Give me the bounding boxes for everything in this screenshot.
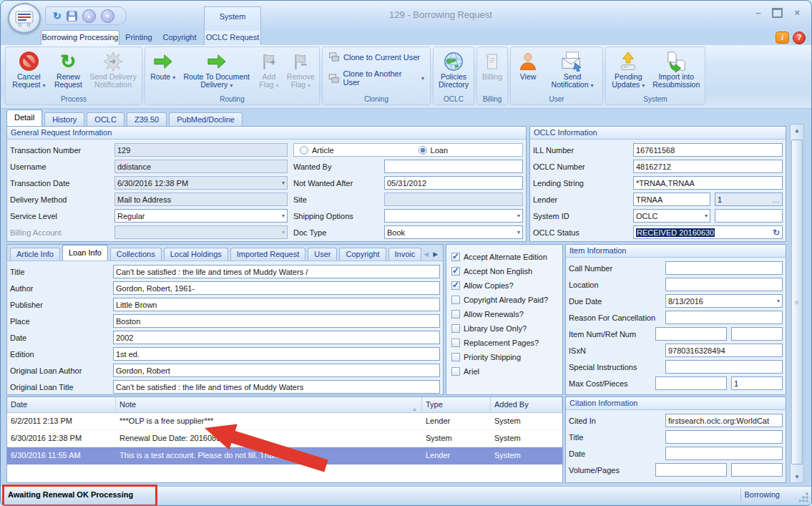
item-tab[interactable]: Article Info bbox=[10, 248, 60, 261]
renew-request-button[interactable]: ↻ Renew Request bbox=[51, 49, 86, 89]
isxn-field[interactable]: 9780316328494 bbox=[665, 344, 783, 357]
import-into-resubmission-button[interactable]: Import into Resubmission bbox=[650, 49, 703, 89]
tab-copyright[interactable]: Copyright bbox=[158, 31, 201, 45]
item-num-field[interactable] bbox=[655, 327, 727, 341]
pieces-field[interactable]: 1 bbox=[731, 376, 783, 390]
pages-field[interactable] bbox=[731, 463, 783, 477]
tab-borrowing-processing[interactable]: Borrowing Processing bbox=[41, 30, 119, 45]
shipping-options-combo[interactable]: ▾ bbox=[384, 209, 523, 223]
resize-grip[interactable] bbox=[799, 492, 809, 502]
original-loan-title-field[interactable]: Can't be satisfied : the life and times … bbox=[113, 380, 440, 394]
column-header-added-by[interactable]: Added By bbox=[491, 397, 562, 412]
tab-pubmed-docline[interactable]: PubMed/Docline bbox=[169, 112, 243, 126]
edition-field[interactable]: 1st ed. bbox=[113, 347, 440, 361]
pending-updates-button[interactable]: Pending Updates ▾ bbox=[607, 49, 650, 89]
call-number-field[interactable] bbox=[665, 261, 783, 275]
flag-checkbox-item[interactable]: Priority Shipping bbox=[451, 350, 562, 364]
tab-history[interactable]: History bbox=[44, 112, 84, 126]
publisher-field[interactable]: Little Brown bbox=[113, 298, 440, 311]
flag-checkbox-item[interactable]: Accept Non English bbox=[451, 264, 562, 278]
column-header-date[interactable]: Date bbox=[7, 397, 116, 412]
max-cost-field[interactable] bbox=[655, 376, 727, 390]
maximize-button[interactable] bbox=[772, 8, 783, 18]
item-tab[interactable]: Local Holdings bbox=[164, 248, 228, 261]
loan-radio[interactable]: Loan bbox=[419, 146, 448, 155]
doc-type-combo[interactable]: Book▾ bbox=[384, 225, 523, 239]
checkbox-icon[interactable] bbox=[451, 353, 460, 361]
view-user-button[interactable]: View bbox=[512, 49, 544, 81]
original-loan-author-field[interactable]: Gordon, Robert bbox=[113, 364, 440, 377]
username-field[interactable]: ddistance bbox=[114, 160, 288, 173]
refresh-icon[interactable]: ↻ bbox=[53, 11, 62, 21]
send-delivery-notification-button[interactable]: Send Delivery Notification bbox=[86, 49, 140, 89]
scroll-down-icon[interactable]: ▼ bbox=[791, 471, 803, 482]
flag-checkbox-item[interactable]: Copyright Already Paid? bbox=[451, 293, 562, 307]
previous-request-icon[interactable]: ▲ bbox=[82, 9, 96, 23]
tab-printing[interactable]: Printing bbox=[121, 31, 157, 45]
policies-directory-button[interactable]: Policies Directory bbox=[435, 49, 472, 89]
clone-to-another-user-button[interactable]: Clone to Another User ▾ bbox=[328, 69, 424, 87]
delivery-method-field[interactable]: Mail to Address bbox=[114, 193, 288, 206]
checkbox-icon[interactable] bbox=[451, 267, 460, 276]
lender-sequence-field[interactable]: 1… bbox=[715, 193, 783, 206]
flag-checkbox-item[interactable]: Accept Alternate Edition bbox=[451, 250, 562, 264]
item-tab[interactable]: Loan Info bbox=[62, 245, 108, 261]
cancel-request-button[interactable]: Cancel Request ▾ bbox=[7, 49, 51, 89]
site-field[interactable] bbox=[384, 193, 523, 206]
cited-in-field[interactable]: firstsearch.oclc.org:WorldCat bbox=[665, 414, 783, 427]
system-id-combo[interactable]: OCLC▾ bbox=[633, 209, 710, 223]
place-field[interactable]: Boston bbox=[113, 314, 440, 328]
close-button[interactable]: × bbox=[794, 8, 800, 18]
transaction-number-field[interactable]: 129 bbox=[114, 143, 288, 157]
article-radio[interactable]: Article bbox=[300, 146, 334, 155]
special-instructions-field[interactable] bbox=[665, 360, 783, 374]
lending-string-field[interactable]: *TRNAA,TRNAA bbox=[633, 176, 783, 190]
ill-number-field[interactable]: 167611568 bbox=[633, 143, 783, 157]
remove-flag-button[interactable]: Remove Flag ▾ bbox=[284, 49, 318, 89]
add-flag-button[interactable]: Add Flag ▾ bbox=[254, 49, 284, 89]
wanted-by-field[interactable] bbox=[384, 160, 523, 173]
vertical-scrollbar[interactable]: ▲ ≡ ▼ bbox=[790, 124, 804, 483]
save-icon[interactable] bbox=[67, 11, 77, 21]
citation-date-field[interactable] bbox=[665, 447, 783, 460]
checkbox-icon[interactable] bbox=[451, 367, 460, 376]
citation-title-field[interactable] bbox=[665, 430, 783, 444]
checkbox-icon[interactable] bbox=[451, 281, 460, 290]
tab-oclc[interactable]: OCLC bbox=[87, 112, 124, 126]
title-field[interactable]: Can't be satisfied : the life and times … bbox=[113, 265, 440, 278]
location-field[interactable] bbox=[665, 278, 783, 291]
checkbox-icon[interactable] bbox=[451, 339, 460, 347]
ellipsis-button[interactable]: … bbox=[772, 195, 780, 204]
item-tab[interactable]: User bbox=[308, 248, 337, 261]
due-date-combo[interactable]: 8/13/2016▾ bbox=[665, 294, 783, 308]
clone-to-current-user-button[interactable]: Clone to Current User bbox=[328, 52, 424, 62]
checkbox-icon[interactable] bbox=[451, 296, 460, 304]
service-level-combo[interactable]: Regular▾ bbox=[114, 209, 288, 223]
item-tab[interactable]: Imported Request bbox=[230, 248, 305, 261]
lender-field[interactable]: TRNAA bbox=[633, 193, 710, 206]
author-field[interactable]: Gordon, Robert, 1961- bbox=[113, 281, 440, 295]
refresh-status-icon[interactable]: ↻ bbox=[773, 228, 780, 238]
tab-detail[interactable]: Detail bbox=[6, 110, 42, 126]
app-menu-button[interactable] bbox=[8, 3, 41, 34]
billing-account-combo[interactable]: ▾ bbox=[114, 225, 288, 239]
flag-checkbox-item[interactable]: Replacement Pages? bbox=[451, 336, 562, 350]
flag-checkbox-item[interactable]: Ariel bbox=[451, 364, 562, 379]
not-wanted-after-field[interactable]: 05/31/2012 bbox=[384, 176, 523, 190]
column-header-type[interactable]: Type bbox=[422, 397, 491, 412]
about-info-icon[interactable]: i bbox=[776, 31, 789, 44]
route-to-document-delivery-button[interactable]: Route To Document Delivery ▾ bbox=[179, 49, 254, 89]
route-button[interactable]: Route ▾ bbox=[147, 49, 179, 82]
volume-field[interactable] bbox=[655, 463, 727, 477]
scroll-right-icon[interactable]: ▶ bbox=[433, 250, 438, 258]
scroll-left-icon[interactable]: ◀ bbox=[424, 250, 429, 258]
item-tab[interactable]: Copyright bbox=[339, 248, 386, 261]
next-request-icon[interactable]: ▼ bbox=[101, 9, 114, 23]
scroll-up-icon[interactable]: ▲ bbox=[791, 125, 803, 136]
transaction-date-combo[interactable]: 6/30/2016 12:38 PM▾ bbox=[114, 176, 288, 190]
checkbox-icon[interactable] bbox=[451, 310, 460, 318]
minimize-button[interactable]: – bbox=[755, 8, 760, 18]
ref-num-field[interactable] bbox=[731, 327, 783, 341]
tab-z3950[interactable]: Z39.50 bbox=[127, 112, 167, 126]
flag-checkbox-item[interactable]: Allow Renewals? bbox=[451, 307, 562, 321]
